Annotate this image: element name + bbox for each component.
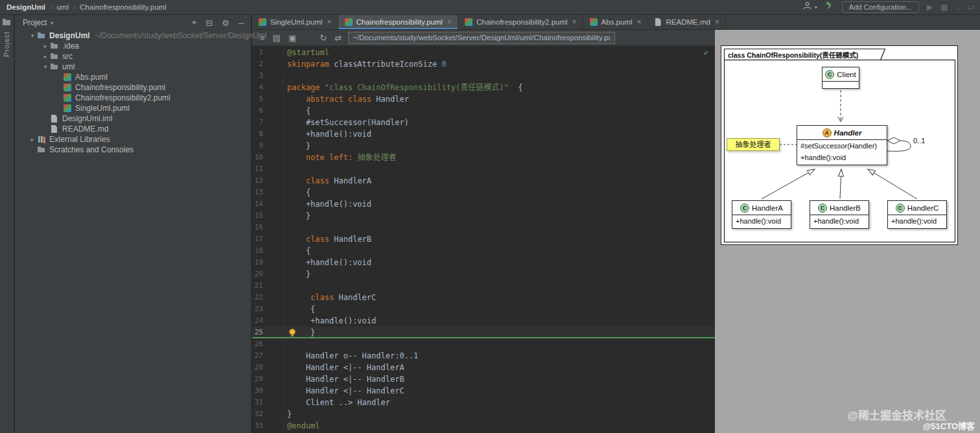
code-line-22[interactable]: 22 class HandlerC <box>252 292 715 303</box>
tree-item-singleuml-puml[interactable]: SingleUml.puml <box>15 103 251 113</box>
line-number: 31 <box>252 397 263 408</box>
tree-item-abs-puml[interactable]: Abs.puml <box>15 72 251 82</box>
tree-item-chainofresponsibility-puml[interactable]: Chainofresponsibility.puml <box>15 82 251 93</box>
tree-expand-icon[interactable]: ▾ <box>41 64 50 70</box>
project-panel-title[interactable]: Project <box>23 18 47 27</box>
tree-item-uml[interactable]: ▾uml <box>15 62 251 72</box>
code-line-27[interactable]: 27 Handler o-- Handler:0..1 <box>252 350 715 362</box>
tree-expand-icon[interactable]: ▸ <box>41 43 50 49</box>
tab-close-icon[interactable]: × <box>637 18 642 27</box>
code-line-17[interactable]: 17 class HandlerB <box>252 233 715 245</box>
tab-close-icon[interactable]: × <box>715 18 719 27</box>
tree-item-chainofresponsibility2-puml[interactable]: Chainofresponsibility2.puml <box>15 93 251 103</box>
code-line-21[interactable]: 21 <box>252 280 715 292</box>
run-icon[interactable]: ▶ <box>927 0 933 14</box>
code-line-19[interactable]: 19 +handle():void <box>252 257 715 268</box>
preview-image-icon[interactable]: ▣ <box>288 33 296 43</box>
refresh-icon[interactable]: ↻ <box>320 33 327 43</box>
code-line-1[interactable]: 1@startuml <box>252 47 715 58</box>
split-view-icon[interactable]: ▤ <box>273 33 281 43</box>
updates-icon[interactable]: ↓ <box>956 0 960 14</box>
tab-chainofresponsibility2-puml[interactable]: Chainofresponsibility2.puml× <box>458 15 583 29</box>
project-strip-label[interactable]: Project <box>3 31 12 57</box>
code-line-23[interactable]: 23 { <box>252 303 715 315</box>
tab-chainofresponsibility-puml[interactable]: Chainofresponsibility.puml× <box>338 15 458 29</box>
code-line-31[interactable]: 31 Client ..> Handler <box>252 397 715 408</box>
code-line-12[interactable]: 12 class HandlerA <box>252 175 715 187</box>
intention-bulb-icon[interactable] <box>289 329 296 335</box>
breadcrumb-item[interactable]: Chainofresponsibility.puml <box>80 3 166 11</box>
class-icon: C <box>896 204 905 213</box>
code-line-30[interactable]: 30 Handler <|-- HandlerC <box>252 385 715 397</box>
tree-item-readme-md[interactable]: README.md <box>15 124 251 134</box>
code-line-8[interactable]: 8 +handle():void <box>252 128 715 140</box>
code-line-11[interactable]: 11 <box>252 163 715 175</box>
line-number: 33 <box>252 420 263 432</box>
code-line-6[interactable]: 6 { <box>252 105 715 117</box>
tree-item-external-libraries[interactable]: ▸External Libraries <box>15 134 251 145</box>
breadcrumb-item[interactable]: DesignUml <box>6 3 45 11</box>
tab-label: Abs.puml <box>601 18 633 26</box>
class-box-handler: A Handler #setSuccessor(Handler) +handle… <box>797 125 887 165</box>
code-text: Client ..> Handler <box>287 397 390 408</box>
tab-close-icon[interactable]: × <box>447 18 452 27</box>
monitor-icon[interactable]: ▭ <box>968 0 975 14</box>
project-toolwindow-icon[interactable] <box>3 19 11 26</box>
tab-singleuml-puml[interactable]: SingleUml.puml× <box>252 15 338 29</box>
tree-expand-icon[interactable]: ▸ <box>41 53 50 60</box>
breadcrumb-item[interactable]: uml <box>56 3 69 11</box>
line-number: 6 <box>252 105 263 117</box>
tab-abs-puml[interactable]: Abs.puml× <box>583 15 648 29</box>
chevron-down-icon[interactable]: ▾ <box>51 20 53 26</box>
gear-icon[interactable]: ⚙ <box>222 18 229 28</box>
tree-expand-icon[interactable]: ▸ <box>28 136 37 143</box>
user-icon[interactable] <box>803 0 811 14</box>
tab-close-icon[interactable]: × <box>572 18 577 27</box>
code-line-15[interactable]: 15 } <box>252 210 715 222</box>
line-number: 12 <box>252 175 263 187</box>
code-line-5[interactable]: 5 abstract class Handler <box>252 93 715 105</box>
code-line-25[interactable]: 25 } <box>252 327 715 338</box>
tree-item-designuml-iml[interactable]: DesignUml.iml <box>15 113 251 124</box>
hide-panel-icon[interactable]: ─ <box>239 18 244 28</box>
tree-item-designuml[interactable]: ▾DesignUml~/Documents/study/webSocket/Se… <box>15 30 251 41</box>
code-line-10[interactable]: 10 note left: 抽象处理者 <box>252 152 715 163</box>
code-line-24[interactable]: 24 +handle():void <box>252 315 715 327</box>
tab-close-icon[interactable]: × <box>327 18 332 27</box>
code-line-33[interactable]: 33@enduml <box>252 420 715 432</box>
class-icon: C <box>818 204 827 213</box>
code-line-18[interactable]: 18 { <box>252 245 715 257</box>
code-editor[interactable]: 1@startuml2skinparam classAttributeIconS… <box>252 47 715 433</box>
class-name: HandlerB <box>830 204 861 212</box>
tree-item--idea[interactable]: ▸.idea <box>15 41 251 51</box>
tab-readme-md[interactable]: README.md× <box>648 15 726 29</box>
sync-scroll-icon[interactable]: ⇄ <box>334 33 342 43</box>
locate-file-icon[interactable]: ⌖ <box>192 18 196 28</box>
code-line-28[interactable]: 28 Handler <|-- HandlerA <box>252 362 715 373</box>
class-name: Handler <box>834 129 862 137</box>
code-line-32[interactable]: 32} <box>252 408 715 420</box>
abstract-class-icon: A <box>822 128 832 137</box>
inspection-ok-icon[interactable]: ✔ <box>704 48 708 57</box>
code-line-7[interactable]: 7 #setSuccessor(Handler) <box>252 117 715 128</box>
code-line-26[interactable]: 26 <box>252 338 715 350</box>
tree-item-scratches-and-consoles[interactable]: Scratches and Consoles <box>15 145 251 155</box>
tree-expand-icon[interactable]: ▾ <box>28 32 37 39</box>
tree-item-src[interactable]: ▸src <box>15 51 251 62</box>
add-configuration-button[interactable]: Add Configuration... <box>842 1 919 13</box>
code-line-13[interactable]: 13 { <box>252 187 715 198</box>
code-line-4[interactable]: 4package "class ChainOfResponsibility(责任… <box>252 82 715 93</box>
code-line-20[interactable]: 20 } <box>252 268 715 280</box>
code-line-16[interactable]: 16 <box>252 222 715 233</box>
code-line-2[interactable]: 2skinparam classAttributeIconSize 0 <box>252 58 715 70</box>
file-icon <box>50 114 59 123</box>
file-path-field[interactable] <box>348 32 615 44</box>
code-line-9[interactable]: 9 } <box>252 140 715 152</box>
code-line-3[interactable]: 3 <box>252 70 715 82</box>
collapse-all-icon[interactable]: ⊟ <box>205 18 213 28</box>
build-hammer-icon[interactable] <box>825 0 834 14</box>
code-text: Handler <|-- HandlerC <box>287 385 404 397</box>
code-line-29[interactable]: 29 Handler <|-- HandlerB <box>252 373 715 385</box>
layout-grid-icon[interactable]: ▦ <box>940 0 948 14</box>
code-line-14[interactable]: 14 +handle():void <box>252 198 715 210</box>
